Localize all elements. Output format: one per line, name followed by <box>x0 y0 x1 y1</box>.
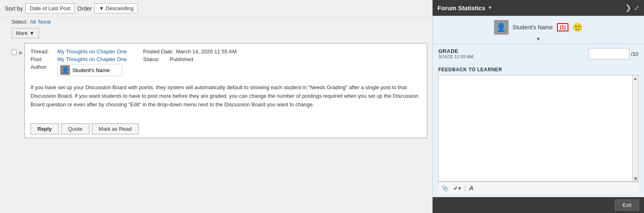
grade-label-row: GRADE 3/14/20 11:55 AM /10 <box>438 48 638 59</box>
post-label: Post: <box>30 56 55 62</box>
posted-date-row: Posted Date: March 14, 2020 11:55 AM <box>143 48 237 55</box>
indent-arrow-icon: ▶ <box>19 43 24 55</box>
feedback-toolbar: 📎 ✔▾ | A <box>438 182 638 194</box>
select-row: Select: All None <box>0 17 432 26</box>
post-checkbox-col <box>11 43 19 56</box>
grade-input[interactable] <box>589 48 629 59</box>
post-meta-right: Posted Date: March 14, 2020 11:55 AM Sta… <box>143 48 237 76</box>
post-card: Thread: My Thoughts on Chapter One Post:… <box>24 43 427 138</box>
sort-by-label: Sort by <box>5 5 23 12</box>
order-label: Order <box>77 5 92 12</box>
posts-area: ▶ Thread: My Thoughts on Chapter One Pos… <box>0 40 432 213</box>
grade-out-of: /10 <box>631 51 638 57</box>
thread-value[interactable]: My Thoughts on Chapter One <box>57 48 127 55</box>
mark-as-read-button[interactable]: Mark as Read <box>92 123 139 134</box>
feedback-textarea[interactable] <box>439 75 638 181</box>
scroll-up-icon: ▲ <box>633 75 638 81</box>
grade-left: GRADE 3/14/20 11:55 AM <box>438 48 473 59</box>
post-value[interactable]: My Thoughts on Chapter One <box>57 56 127 62</box>
check-button[interactable]: ✔▾ <box>452 184 463 192</box>
posted-date-label: Posted Date: <box>143 48 174 55</box>
grade-title: GRADE <box>438 48 473 54</box>
thread-row: Thread: My Thoughts on Chapter One <box>30 48 127 55</box>
sort-by-button[interactable]: Date of Last Post <box>25 3 75 13</box>
grade-input-row: /10 <box>589 48 638 59</box>
right-footer: Exit <box>433 197 644 213</box>
avatar-icon: 👤 <box>60 65 70 75</box>
post-wrapper: ▶ Thread: My Thoughts on Chapter One Pos… <box>11 42 427 143</box>
feedback-scrollbar[interactable]: ▲ ▼ <box>632 75 638 181</box>
status-row: Status: Published <box>143 56 237 62</box>
author-box: 👤 Student's Name <box>57 64 122 76</box>
select-label: Select: <box>11 19 28 25</box>
right-panel: Forum Statistics ▼ ❯ ⤢ 👤 Student's Name … <box>433 0 644 213</box>
student-emoji-icon: 🙂 <box>572 22 583 32</box>
left-panel: Sort by Date of Last Post Order ▼ Descen… <box>0 0 433 213</box>
mark-button[interactable]: Mark ▼ <box>11 28 39 38</box>
forum-stats-dropdown-icon[interactable]: ▼ <box>488 5 493 11</box>
author-name: Student's Name <box>72 67 110 73</box>
student-badge: (1) <box>557 23 569 31</box>
thread-label: Thread: <box>30 48 55 55</box>
expand-button[interactable]: ⤢ <box>634 4 639 12</box>
student-row: 👤 Student's Name (1) 🙂 <box>433 16 644 36</box>
post-meta-left: Thread: My Thoughts on Chapter One Post:… <box>30 48 127 76</box>
post-actions: Reply Quote Mark as Read <box>25 120 427 138</box>
select-none-link[interactable]: None <box>38 19 51 25</box>
post-content: If you have set up your Discussion Board… <box>30 83 421 109</box>
order-button[interactable]: ▼ Descending <box>94 3 138 13</box>
post-checkbox[interactable] <box>11 50 17 55</box>
student-avatar-icon: 👤 <box>494 20 509 35</box>
grade-date: 3/14/20 11:55 AM <box>438 54 473 59</box>
post-card-inner: Thread: My Thoughts on Chapter One Post:… <box>25 44 427 120</box>
student-chevron-icon[interactable]: ▼ <box>433 36 644 44</box>
reply-button[interactable]: Reply <box>30 123 59 134</box>
feedback-title: FEEDBACK TO LEARNER <box>438 67 638 72</box>
author-row: Author: 👤 Student's Name <box>30 64 127 76</box>
right-header-left: Forum Statistics ▼ <box>437 4 492 11</box>
post-row: Post: My Thoughts on Chapter One <box>30 56 127 62</box>
nav-arrow-button[interactable]: ❯ <box>625 3 631 12</box>
feedback-section: FEEDBACK TO LEARNER ▲ ▼ ◢ 📎 ✔▾ | A <box>433 64 644 197</box>
mark-arrow-icon: ▼ <box>29 30 35 36</box>
right-panel-header: Forum Statistics ▼ ❯ ⤢ <box>433 0 644 16</box>
status-label: Status: <box>143 56 168 62</box>
post-meta-row: Thread: My Thoughts on Chapter One Post:… <box>30 48 421 76</box>
right-content-area: 👤 Student's Name (1) 🙂 ▼ GRADE 3/14/20 1… <box>433 16 644 197</box>
right-header-right: ❯ ⤢ <box>625 3 639 12</box>
grade-section: GRADE 3/14/20 11:55 AM /10 <box>433 44 644 64</box>
resize-handle[interactable]: ◢ <box>634 176 637 180</box>
toolbar-row: Sort by Date of Last Post Order ▼ Descen… <box>0 0 432 17</box>
forum-stats-title: Forum Statistics <box>437 4 485 11</box>
attach-button[interactable]: 📎 <box>440 184 450 192</box>
format-text-button[interactable]: A <box>468 184 475 192</box>
toolbar-separator: | <box>464 185 466 191</box>
feedback-textarea-container: ▲ ▼ ◢ <box>438 75 638 182</box>
student-name: Student's Name <box>513 24 553 31</box>
quote-button[interactable]: Quote <box>61 123 89 134</box>
select-all-link[interactable]: All <box>30 19 36 25</box>
status-value: Published <box>170 56 193 62</box>
author-label: Author: <box>30 64 55 70</box>
posted-date-value: March 14, 2020 11:55 AM <box>176 48 237 55</box>
mark-row: Mark ▼ <box>0 26 432 40</box>
order-arrow-icon: ▼ <box>99 5 104 11</box>
exit-button[interactable]: Exit <box>615 200 639 211</box>
mark-label: Mark <box>16 30 28 36</box>
